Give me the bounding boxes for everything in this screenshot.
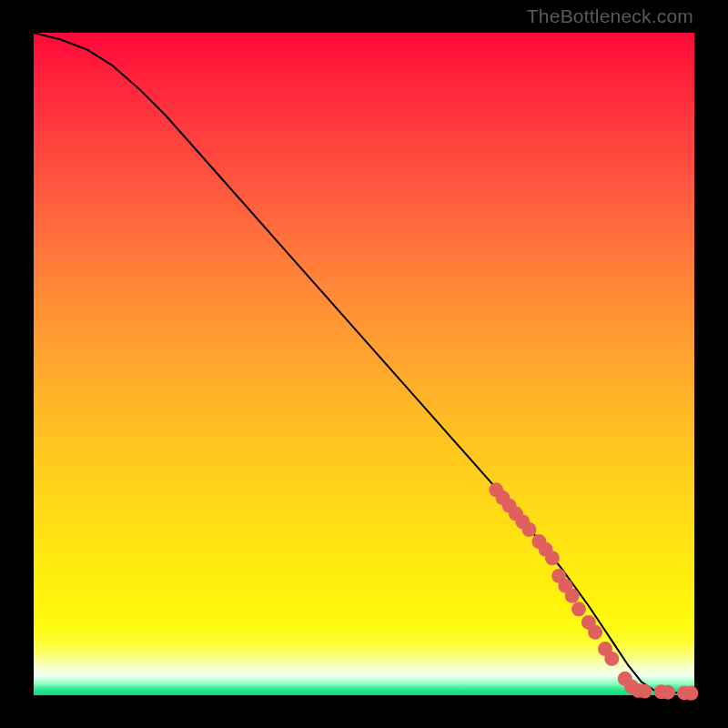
data-point bbox=[565, 589, 580, 603]
data-point bbox=[661, 685, 675, 700]
marker-layer bbox=[489, 482, 698, 700]
data-point bbox=[522, 522, 537, 537]
data-point bbox=[588, 625, 602, 640]
data-point bbox=[683, 686, 698, 701]
watermark-text: TheBottleneck.com bbox=[527, 5, 693, 27]
curve-layer bbox=[34, 33, 694, 693]
data-point bbox=[604, 652, 619, 666]
data-point bbox=[571, 602, 586, 616]
chart-svg bbox=[34, 33, 694, 695]
bottleneck-curve bbox=[34, 33, 694, 693]
data-point bbox=[638, 684, 652, 699]
data-point bbox=[545, 551, 560, 565]
chart-frame: TheBottleneck.com bbox=[0, 0, 728, 728]
